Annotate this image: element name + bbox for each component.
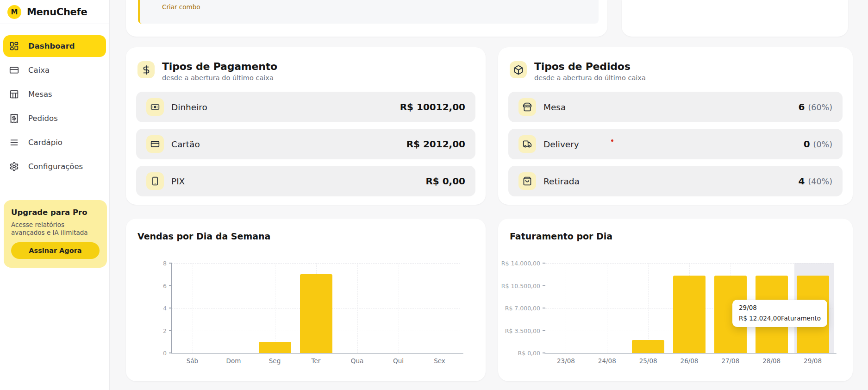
upgrade-title: Upgrade para Pro [11, 208, 100, 217]
bar[interactable] [300, 274, 332, 353]
upgrade-pro-card: Upgrade para Pro Acesse relatórios avanç… [4, 200, 107, 268]
horizontal-gridline [545, 263, 833, 264]
y-axis-label: R$ 7.000,00 [505, 305, 545, 312]
sidebar-item-label: Cardápio [28, 138, 62, 147]
sidebar-item-label: Mesas [28, 90, 52, 99]
orders-header: Tipos de Pedidos desde a abertura do últ… [510, 61, 646, 82]
bar[interactable] [673, 276, 706, 353]
menu-lines-icon [9, 138, 19, 148]
sidebar-item-label: Dashboard [28, 42, 75, 50]
dashboard-icon [9, 41, 19, 51]
orders-title: Tipos de Pedidos [534, 61, 646, 72]
chart-title: Vendas por Dia da Semana [137, 231, 270, 241]
order-label: Mesa [543, 102, 566, 112]
y-axis-line [171, 263, 172, 353]
brand-name: MenuChefe [27, 6, 87, 18]
order-row-delivery: Delivery 0(0%) [508, 129, 843, 159]
x-axis-label: Sáb [172, 357, 213, 365]
chart-title: Faturamento por Dia [510, 231, 612, 241]
credit-card-icon [146, 135, 164, 153]
sidebar-item-cardapio[interactable]: Cardápio [3, 132, 106, 153]
main-content: Criar combo Tipos de Pagamento desde a a… [110, 0, 868, 390]
order-percent: (40%) [808, 177, 832, 186]
bar[interactable] [259, 342, 291, 353]
sidebar-nav: Dashboard Caixa Mesas Pedidos Cardápio [0, 24, 109, 177]
storefront-icon [518, 98, 536, 116]
payments-rows: Dinheiro R$ 10012,00 Cartão R$ 2012,00 P… [136, 92, 475, 196]
banknote-icon [146, 98, 164, 116]
weekday-sales-chart-card: Vendas por Dia da Semana SábDomSegTerQua… [126, 219, 486, 381]
top-card-left: Criar combo [126, 0, 607, 37]
dollar-icon [137, 61, 155, 78]
sidebar-item-label: Configurações [28, 162, 83, 171]
order-count-number: 4 [799, 176, 805, 187]
sidebar-item-mesas[interactable]: Mesas [3, 83, 106, 105]
sidebar-item-pedidos[interactable]: Pedidos [3, 107, 106, 129]
bar[interactable] [632, 340, 664, 353]
sidebar: M MenuChefe Dashboard Caixa Mesas P [0, 0, 110, 390]
x-axis-label: 29/08 [792, 357, 834, 365]
smartphone-icon [146, 172, 164, 190]
table-icon [9, 89, 19, 100]
combo-notice: Criar combo [138, 0, 599, 24]
payment-row-cartao: Cartão R$ 2012,00 [136, 129, 475, 159]
y-tick [543, 285, 545, 286]
order-count: 4(40%) [799, 176, 832, 187]
x-axis-label: 24/08 [586, 357, 628, 365]
x-axis-label: 25/08 [627, 357, 669, 365]
sidebar-item-label: Pedidos [28, 114, 58, 123]
top-card-right [622, 0, 848, 37]
brand: M MenuChefe [0, 0, 109, 24]
gear-icon [9, 162, 19, 172]
sidebar-item-label: Caixa [28, 66, 50, 75]
y-axis-label: R$ 0,00 [518, 350, 545, 357]
y-axis-label: R$ 3.500,00 [505, 327, 545, 334]
brand-logo: M [7, 5, 21, 19]
sidebar-item-dashboard[interactable]: Dashboard [3, 35, 106, 57]
payment-value: R$ 10012,00 [400, 101, 465, 113]
order-count: 0(0%) [804, 138, 832, 150]
x-axis-label: 26/08 [668, 357, 710, 365]
cursor-dot [611, 139, 613, 142]
y-tick [543, 330, 545, 331]
payment-label: Cartão [171, 139, 200, 149]
payment-types-card: Tipos de Pagamento desde a abertura do ú… [126, 47, 486, 205]
x-axis-line [171, 353, 463, 354]
subscribe-button[interactable]: Assinar Agora [11, 242, 100, 259]
x-axis-line [544, 353, 837, 354]
order-label: Retirada [543, 176, 580, 186]
orders-subtitle: desde a abertura do último caixa [534, 74, 646, 82]
order-types-card: Tipos de Pedidos desde a abertura do últ… [498, 47, 853, 205]
delivery-truck-icon [518, 135, 536, 153]
y-axis-label: R$ 14.000,00 [501, 260, 545, 267]
payments-subtitle: desde a abertura do último caixa [162, 74, 277, 82]
upgrade-description: Acesse relatórios avançados e IA ilimita… [11, 221, 100, 237]
payment-value: R$ 2012,00 [406, 138, 465, 150]
receipt-icon [9, 113, 19, 124]
x-axis-label: Dom [213, 357, 255, 365]
order-row-retirada: Retirada 4(40%) [508, 166, 843, 196]
chart-tooltip: 29/08 R$ 12.024,00Faturamento [732, 300, 827, 327]
weekday-sales-chart: SábDomSegTerQuaQuiSex02468 [172, 263, 460, 353]
x-axis-label: Qua [337, 357, 378, 365]
order-count: 6(60%) [799, 101, 832, 113]
sidebar-item-caixa[interactable]: Caixa [3, 59, 106, 81]
package-icon [510, 61, 527, 78]
daily-revenue-chart-card: Faturamento por Dia 23/0824/0825/0826/08… [498, 219, 853, 381]
tooltip-date: 29/08 [739, 304, 821, 311]
x-axis-label: 28/08 [751, 357, 793, 365]
tooltip-value: R$ 12.024,00Faturamento [739, 315, 821, 322]
x-axis-label: Qui [378, 357, 419, 365]
payment-row-dinheiro: Dinheiro R$ 10012,00 [136, 92, 475, 122]
x-axis-label: 27/08 [710, 357, 751, 365]
horizontal-gridline [172, 263, 460, 264]
shopping-bag-icon [518, 172, 536, 190]
y-tick [543, 263, 545, 264]
order-row-mesa: Mesa 6(60%) [508, 92, 843, 122]
create-combo-link[interactable]: Criar combo [162, 3, 200, 11]
payment-value: R$ 0,00 [425, 176, 465, 187]
sidebar-item-configuracoes[interactable]: Configurações [3, 156, 106, 177]
order-percent: (60%) [808, 103, 832, 112]
payment-label: PIX [171, 176, 185, 186]
payments-header: Tipos de Pagamento desde a abertura do ú… [137, 61, 277, 82]
